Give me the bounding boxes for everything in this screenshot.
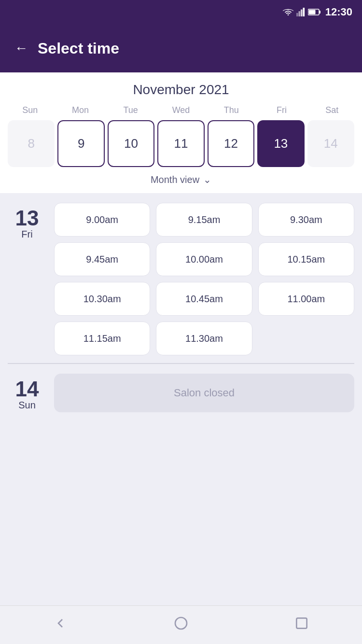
time-slot-900am[interactable]: 9.00am [54,203,150,237]
day-name-14: Sun [18,400,36,411]
divider [8,363,354,364]
weekday-tue: Tue [106,105,156,115]
back-button[interactable]: ← [14,41,28,56]
date-cell-8[interactable]: 8 [8,120,55,167]
day-name-13: Fri [21,229,32,240]
time-slot-945am[interactable]: 9.45am [54,242,150,276]
time-slot-1115am[interactable]: 11.15am [54,322,150,355]
status-icons [283,7,321,17]
weekday-fri: Fri [256,105,306,115]
date-row: 8 9 10 11 12 13 14 [5,120,357,167]
weekday-mon: Mon [55,105,105,115]
battery-icon [308,8,321,16]
date-cell-10[interactable]: 10 [108,120,154,167]
day-block-14: 14 Sun Salon closed [8,374,354,412]
nav-home-button[interactable] [173,616,189,634]
day-label-14: 14 Sun [8,374,46,412]
day-number-13: 13 [15,208,39,229]
svg-rect-8 [296,618,306,628]
wifi-icon [283,8,293,16]
svg-rect-0 [296,13,298,16]
time-slot-1045am[interactable]: 10.45am [156,282,252,316]
date-cell-9[interactable]: 9 [57,120,104,167]
weekday-sun: Sun [5,105,55,115]
month-title: November 2021 [5,82,357,98]
status-time: 12:30 [325,6,352,18]
month-view-label: Month view [151,174,199,185]
date-cell-14[interactable]: 14 [307,120,354,167]
header: ← Select time [0,24,362,72]
calendar-section: November 2021 Sun Mon Tue Wed Thu Fri Sa… [0,72,362,193]
nav-recent-button[interactable] [294,616,309,634]
nav-bar [0,605,362,644]
time-slot-1130am[interactable]: 11.30am [156,322,252,355]
date-cell-13[interactable]: 13 [257,120,304,167]
chevron-down-icon: ⌄ [203,174,211,185]
date-cell-11[interactable]: 11 [157,120,204,167]
time-slot-915am[interactable]: 9.15am [156,203,252,237]
weekday-thu: Thu [206,105,256,115]
svg-rect-5 [308,10,315,14]
header-title: Select time [38,40,119,57]
timeslots-section: 13 Fri 9.00am 9.15am 9.30am 9.45am 10.00… [0,193,362,605]
day-block-13: 13 Fri 9.00am 9.15am 9.30am 9.45am 10.00… [8,203,354,355]
time-slot-1100am[interactable]: 11.00am [258,282,354,316]
weekday-wed: Wed [156,105,206,115]
svg-rect-6 [319,11,320,14]
nav-back-button[interactable] [53,616,68,634]
date-cell-12[interactable]: 12 [208,120,254,167]
weekday-row: Sun Mon Tue Wed Thu Fri Sat [5,105,357,115]
time-slot-1030am[interactable]: 10.30am [54,282,150,316]
svg-point-7 [175,617,187,629]
month-view-toggle[interactable]: Month view ⌄ [5,167,357,188]
day-number-14: 14 [15,378,39,400]
day-label-13: 13 Fri [8,203,46,355]
svg-rect-3 [303,8,305,16]
time-slot-930am[interactable]: 9.30am [258,203,354,237]
salon-closed-label: Salon closed [174,387,235,399]
svg-rect-2 [301,10,303,16]
time-slot-1015am[interactable]: 10.15am [258,242,354,276]
weekday-sat: Sat [307,105,357,115]
signal-icon [296,7,305,17]
svg-rect-1 [298,11,300,16]
time-grid-13: 9.00am 9.15am 9.30am 9.45am 10.00am 10.1… [54,203,354,355]
status-bar: 12:30 [0,0,362,24]
salon-closed-block: Salon closed [54,374,354,412]
time-slot-1000am[interactable]: 10.00am [156,242,252,276]
